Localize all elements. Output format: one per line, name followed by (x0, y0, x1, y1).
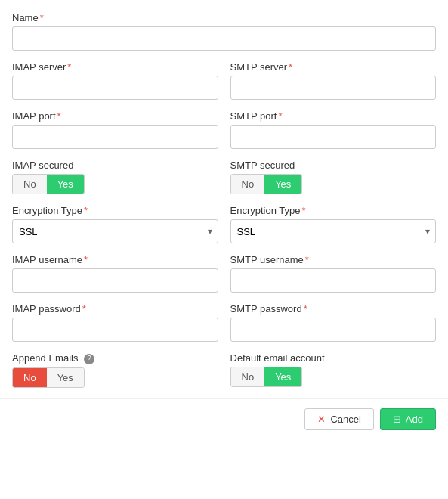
cancel-icon: ✕ (317, 414, 326, 425)
smtp-server-input[interactable] (230, 76, 437, 100)
add-button[interactable]: ⊞ Add (380, 408, 436, 430)
default-email-yes-button[interactable]: Yes (264, 367, 301, 386)
default-email-label: Default email account (230, 352, 437, 364)
imap-username-field: IMAP username* (12, 254, 218, 293)
imap-encryption-select[interactable]: SSL TLS STARTTLS None (12, 219, 218, 243)
name-field: Name* (12, 12, 436, 51)
imap-password-field: IMAP password* (12, 303, 218, 342)
help-icon: ? (84, 354, 94, 364)
imap-port-input[interactable] (12, 125, 218, 149)
imap-password-label: IMAP password* (12, 303, 218, 315)
smtp-server-label: SMTP server* (230, 61, 437, 73)
password-row: IMAP password* SMTP password* (12, 303, 436, 342)
smtp-encryption-select[interactable]: SSL TLS STARTTLS None (230, 219, 437, 243)
smtp-secured-yes-button[interactable]: Yes (264, 175, 301, 194)
smtp-secured-toggle: No Yes (230, 174, 303, 194)
name-label: Name* (12, 12, 436, 23)
server-row: IMAP server* SMTP server* (12, 61, 436, 100)
smtp-password-label: SMTP password* (230, 303, 437, 315)
imap-secured-toggle: No Yes (12, 174, 85, 194)
default-email-field: Default email account No Yes (230, 352, 437, 388)
smtp-secured-no-button[interactable]: No (231, 175, 265, 194)
footer: ✕ Cancel ⊞ Add (0, 398, 448, 439)
imap-port-field: IMAP port* (12, 110, 218, 149)
smtp-encryption-field: Encryption Type* SSL TLS STARTTLS None (230, 205, 437, 243)
imap-secured-label: IMAP secured (12, 160, 218, 171)
name-input[interactable] (12, 26, 436, 51)
default-email-toggle: No Yes (230, 367, 303, 387)
secured-row: IMAP secured No Yes SMTP secured No Yes (12, 160, 436, 194)
smtp-password-input[interactable] (230, 318, 437, 342)
smtp-secured-label: SMTP secured (230, 160, 437, 171)
append-emails-label: Append Emails ? (12, 352, 218, 364)
imap-encryption-field: Encryption Type* SSL TLS STARTTLS None (12, 205, 218, 243)
imap-encryption-label: Encryption Type* (12, 205, 218, 216)
imap-server-input[interactable] (12, 76, 218, 100)
smtp-secured-field: SMTP secured No Yes (230, 160, 437, 194)
smtp-encryption-label: Encryption Type* (230, 205, 437, 216)
imap-server-label: IMAP server* (12, 61, 218, 73)
imap-password-input[interactable] (12, 318, 218, 342)
append-emails-yes-button[interactable]: Yes (47, 368, 84, 387)
add-icon: ⊞ (393, 414, 401, 425)
imap-encryption-select-wrapper: SSL TLS STARTTLS None (12, 219, 218, 243)
smtp-username-input[interactable] (230, 268, 437, 293)
smtp-server-field: SMTP server* (230, 61, 437, 100)
append-emails-no-button[interactable]: No (13, 368, 47, 387)
imap-server-field: IMAP server* (12, 61, 218, 100)
imap-port-label: IMAP port* (12, 110, 218, 122)
port-row: IMAP port* SMTP port* (12, 110, 436, 149)
smtp-encryption-select-wrapper: SSL TLS STARTTLS None (230, 219, 437, 243)
imap-secured-no-button[interactable]: No (13, 175, 47, 194)
smtp-port-field: SMTP port* (230, 110, 437, 149)
append-emails-toggle: No Yes (12, 367, 85, 388)
smtp-password-field: SMTP password* (230, 303, 437, 342)
append-default-row: Append Emails ? No Yes Default email acc… (12, 352, 436, 388)
encryption-row: Encryption Type* SSL TLS STARTTLS None E… (12, 205, 436, 243)
imap-secured-field: IMAP secured No Yes (12, 160, 218, 194)
smtp-username-label: SMTP username* (230, 254, 437, 265)
smtp-username-field: SMTP username* (230, 254, 437, 293)
username-row: IMAP username* SMTP username* (12, 254, 436, 293)
imap-username-input[interactable] (12, 268, 218, 293)
imap-username-label: IMAP username* (12, 254, 218, 265)
cancel-button[interactable]: ✕ Cancel (304, 408, 373, 430)
imap-secured-yes-button[interactable]: Yes (47, 175, 84, 194)
form-container: Name* IMAP server* SMTP server* IMAP por… (0, 0, 448, 388)
append-emails-field: Append Emails ? No Yes (12, 352, 218, 388)
name-row: Name* (12, 12, 436, 51)
default-email-no-button[interactable]: No (231, 367, 265, 386)
smtp-port-label: SMTP port* (230, 110, 437, 122)
smtp-port-input[interactable] (230, 125, 437, 149)
